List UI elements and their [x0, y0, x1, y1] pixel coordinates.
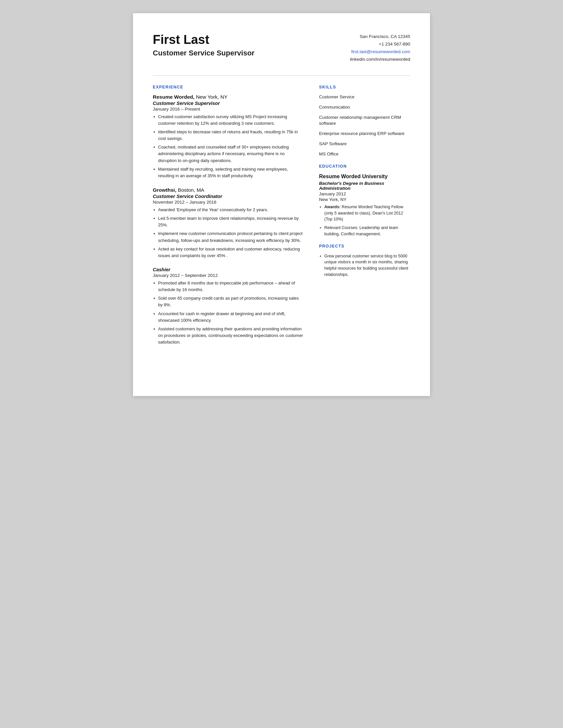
exp-bullets-3: Promoted after 8 months due to impeccabl… [153, 280, 303, 346]
candidate-title: Customer Service Supervisor [153, 49, 254, 57]
edu-bullets: Awards: Resume Worded Teaching Fellow (o… [319, 204, 410, 237]
exp-bullets-1: Created customer satisfaction survey uti… [153, 114, 303, 179]
exp-company-name-2: Growthsi, [153, 187, 176, 193]
exp-bullet-1-2: Identified steps to decrease rates of re… [153, 129, 303, 142]
skill-1: Customer Service [319, 94, 410, 100]
projects-heading: PROJECTS [319, 244, 410, 248]
exp-company-2: Growthsi, Boston, MA [153, 187, 303, 193]
projects-section: PROJECTS Grew personal customer service … [319, 244, 410, 278]
education-heading: EDUCATION [319, 164, 410, 169]
header-email[interactable]: first.last@resumeworded.com [350, 48, 410, 56]
edu-date: January 2012 [319, 191, 410, 196]
edu-bullet-2: Relevant Courses: Leadership and team bu… [319, 225, 410, 237]
header-section: First Last Customer Service Supervisor S… [153, 33, 410, 63]
experience-heading: EXPERIENCE [153, 85, 303, 89]
edu-location: New York, NY [319, 197, 410, 202]
skill-2: Communication [319, 104, 410, 111]
exp-bullet-3-2: Sold over 65 company credit cards as par… [153, 295, 303, 308]
experience-block-3: Cashier January 2012 – September 2012 Pr… [153, 267, 303, 346]
exp-role-1: Customer Service Supervisor [153, 101, 303, 106]
exp-bullet-2-3: Implement new customer communication pro… [153, 230, 303, 244]
exp-dates-1: January 2016 – Present [153, 107, 303, 112]
header-address: San Francisco, CA 12345 [350, 33, 410, 41]
skill-4: Enterprise resource planning ERP softwar… [319, 131, 410, 137]
education-section: EDUCATION Resume Worded University Bache… [319, 164, 410, 237]
resume-page: First Last Customer Service Supervisor S… [133, 13, 430, 396]
projects-bullets: Grew personal customer service blog to 5… [319, 253, 410, 278]
exp-role-2: Customer Service Coordinator [153, 194, 303, 199]
right-column: SKILLS Customer Service Communication Cu… [319, 85, 410, 354]
exp-dates-3: January 2012 – September 2012 [153, 273, 303, 278]
exp-dates-2: November 2012 – January 2016 [153, 200, 303, 205]
exp-bullet-2-4: Acted as key contact for issue resolutio… [153, 246, 303, 259]
exp-company-1: Resume Worded, New York, NY [153, 94, 303, 100]
left-column: EXPERIENCE Resume Worded, New York, NY C… [153, 85, 303, 354]
main-columns: EXPERIENCE Resume Worded, New York, NY C… [153, 85, 410, 354]
exp-bullets-2: Awarded 'Employee of the Year' consecuti… [153, 207, 303, 259]
exp-role-3: Cashier [153, 267, 303, 272]
exp-bullet-1-3: Coached, motivated and counselled staff … [153, 144, 303, 164]
header-contact: San Francisco, CA 12345 +1 234 567-890 f… [350, 33, 410, 63]
skills-section: SKILLS Customer Service Communication Cu… [319, 85, 410, 157]
project-bullet-1: Grew personal customer service blog to 5… [319, 253, 410, 278]
edu-block-1: Resume Worded University Bachelor's Degr… [319, 173, 410, 237]
skill-5: SAP Software [319, 141, 410, 147]
exp-bullet-2-2: Led 5-member team to improve client rela… [153, 215, 303, 228]
skill-3: Customer relationship management CRM sof… [319, 115, 410, 127]
candidate-name: First Last [153, 33, 254, 47]
skill-6: MS Office [319, 151, 410, 157]
header-linkedin: linkedin.com/in/resumeworded [350, 56, 410, 63]
edu-degree: Bachelor's Degree in Business Administra… [319, 181, 410, 191]
exp-bullet-1-1: Created customer satisfaction survey uti… [153, 114, 303, 127]
header-left: First Last Customer Service Supervisor [153, 33, 254, 57]
exp-bullet-3-3: Accounted for cash in register drawer at… [153, 311, 303, 324]
experience-block-1: Resume Worded, New York, NY Customer Ser… [153, 94, 303, 179]
header-divider [153, 75, 410, 76]
edu-bullet-1: Awards: Resume Worded Teaching Fellow (o… [319, 204, 410, 222]
skills-heading: SKILLS [319, 85, 410, 89]
header-phone: +1 234 567-890 [350, 41, 410, 48]
edu-school: Resume Worded University [319, 173, 410, 180]
exp-bullet-1-4: Maintained staff by recruiting, selectin… [153, 166, 303, 179]
exp-bullet-3-4: Assisted customers by addressing their q… [153, 326, 303, 346]
exp-company-location-1: New York, NY [196, 94, 228, 100]
experience-section: EXPERIENCE Resume Worded, New York, NY C… [153, 85, 303, 346]
exp-company-name-1: Resume Worded, [153, 94, 194, 100]
exp-bullet-2-1: Awarded 'Employee of the Year' consecuti… [153, 207, 303, 213]
exp-company-location-2: Boston, MA [178, 187, 204, 193]
experience-block-2: Growthsi, Boston, MA Customer Service Co… [153, 187, 303, 259]
exp-bullet-3-1: Promoted after 8 months due to impeccabl… [153, 280, 303, 293]
